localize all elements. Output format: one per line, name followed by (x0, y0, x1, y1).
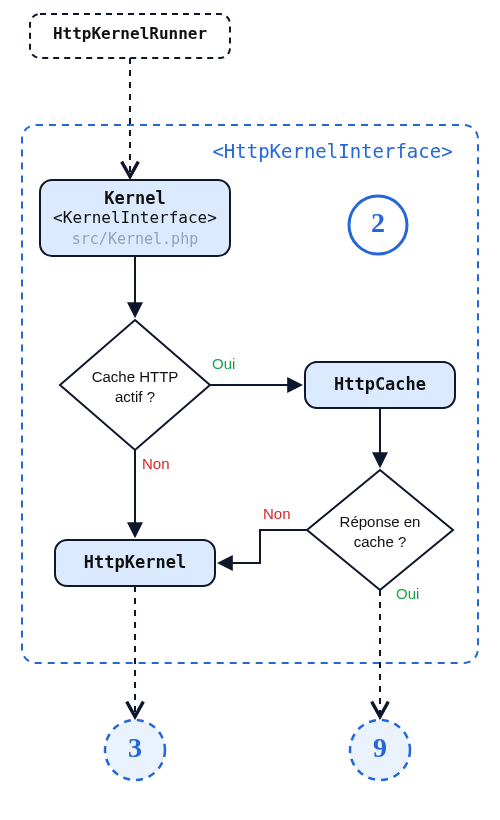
svg-line-1 (220, 530, 307, 563)
decision-cache-line1: Cache HTTP (70, 368, 200, 385)
decision-resp-line2: cache ? (318, 533, 442, 550)
badge-3-label: 3 (115, 732, 155, 764)
kernel-path: src/Kernel.php (40, 230, 230, 248)
badge-2-label: 2 (358, 207, 398, 239)
decision-resp-line1: Réponse en (318, 513, 442, 530)
svg-line-0 (225, 530, 307, 560)
kernel-title: Kernel (40, 188, 230, 208)
diagram-svg (0, 0, 500, 820)
interface-title: <HttpKernelInterface> (190, 140, 475, 162)
edge-cache-yes-label: Oui (212, 355, 252, 372)
edge-cache-no-label: Non (142, 455, 192, 472)
decision-response (307, 470, 453, 590)
runner-label: HttpKernelRunner (30, 24, 230, 43)
kernel-subtitle: <KernelInterface> (40, 208, 230, 227)
httpkernel-label: HttpKernel (55, 552, 215, 572)
edge-resp-yes-label: Oui (396, 585, 436, 602)
edge-resp-no (220, 530, 307, 563)
httpcache-label: HttpCache (305, 374, 455, 394)
diagram-stage: HttpKernelRunner <HttpKernelInterface> 2… (0, 0, 500, 820)
decision-cache (60, 320, 210, 450)
badge-9-label: 9 (360, 732, 400, 764)
svg-line-3 (220, 530, 307, 563)
edge-resp-no-label: Non (263, 505, 313, 522)
decision-cache-line2: actif ? (70, 388, 200, 405)
